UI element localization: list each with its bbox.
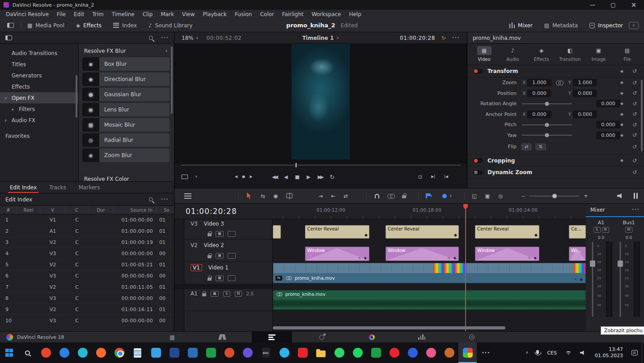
menu-edit[interactable]: Edit: [70, 11, 88, 17]
zoom-fit-icon[interactable]: ◱: [472, 193, 477, 199]
taskbar-app[interactable]: [92, 342, 110, 363]
options-icon[interactable]: •••: [161, 36, 169, 40]
transform-toggle[interactable]: [473, 69, 483, 74]
menu-file[interactable]: File: [53, 11, 70, 17]
sidebar-item-titles[interactable]: Titles: [0, 59, 78, 70]
window-clip[interactable]: Window∿ ◆: [475, 247, 539, 261]
fx-panel-toggle-icon[interactable]: [5, 35, 12, 40]
next-edit-icon[interactable]: ▶|: [431, 175, 435, 179]
column-c[interactable]: C: [65, 206, 89, 214]
flip-horizontal-button[interactable]: ⇄: [521, 143, 532, 150]
keyframe-icon[interactable]: ◆: [620, 91, 623, 95]
menu-davinci-resolve[interactable]: DaVinci Resolve: [2, 11, 53, 17]
effects-list-scrollbar[interactable]: [171, 47, 173, 114]
menu-help[interactable]: Help: [345, 11, 365, 17]
step-back-icon[interactable]: ◀: [284, 175, 288, 179]
menu-color[interactable]: Color: [256, 11, 278, 17]
keyframe-icon[interactable]: ◆: [620, 158, 623, 162]
taskbar-app[interactable]: [293, 342, 312, 363]
reset-icon[interactable]: ↺: [632, 170, 637, 175]
zoom-x-field[interactable]: 1.000: [527, 79, 551, 86]
taskbar-file-explorer[interactable]: [312, 342, 330, 363]
position-lock-icon[interactable]: [402, 195, 406, 198]
trim-edit-icon[interactable]: ⇆: [261, 193, 265, 199]
taskbar-app[interactable]: [238, 342, 257, 363]
menu-fusion[interactable]: Fusion: [231, 11, 256, 17]
options-icon[interactable]: •••: [632, 208, 640, 212]
position-y-field[interactable]: 0.000: [573, 90, 597, 97]
show-desktop-button[interactable]: [642, 342, 644, 363]
reset-icon[interactable]: ↺: [632, 122, 637, 128]
table-row[interactable]: 1V1C01:00:00:0001: [0, 214, 174, 226]
audio-monitor-icon[interactable]: [617, 193, 624, 199]
track-header-a1[interactable]: A1 S M 2.0: [184, 289, 272, 311]
index-button[interactable]: Index: [107, 19, 143, 32]
effect-lens-blur[interactable]: ◉Lens Blur: [82, 103, 169, 116]
collapse-icon[interactable]: ∧: [165, 49, 168, 53]
jump-to-end-icon[interactable]: ▶▶: [318, 175, 322, 179]
column-number[interactable]: #: [0, 206, 17, 214]
column-dur[interactable]: Dur: [89, 206, 114, 214]
sound-library-button[interactable]: ♪Sound Library: [143, 19, 198, 32]
keyframe-icon[interactable]: ◆: [620, 69, 623, 73]
flag-icon[interactable]: [426, 193, 427, 198]
timeline-options-icon[interactable]: [184, 193, 191, 199]
window-clip[interactable]: Window∿ ◆: [305, 247, 369, 261]
reset-icon[interactable]: ↺: [632, 132, 637, 138]
sidebar-item-effects[interactable]: Effects: [0, 81, 78, 92]
language-indicator[interactable]: CES: [543, 342, 561, 363]
page-media[interactable]: ▦: [152, 332, 192, 342]
sidebar-scrollbar[interactable]: [76, 75, 77, 118]
slider-knob[interactable]: [545, 133, 549, 137]
insert-clip-icon[interactable]: ⇥: [318, 193, 323, 199]
auto-select-icon[interactable]: [216, 231, 224, 237]
lock-icon[interactable]: [202, 293, 206, 296]
flip-vertical-button[interactable]: ⇅: [535, 143, 546, 150]
marker-icon[interactable]: [442, 194, 447, 198]
keyframe-icon[interactable]: ◆: [620, 123, 623, 127]
auto-select-icon[interactable]: [216, 253, 224, 259]
title-clip-fragment[interactable]: [273, 225, 281, 239]
pitch-slider[interactable]: [522, 124, 572, 125]
timeline-horizontal-scrollbar[interactable]: [273, 326, 505, 329]
slider-knob[interactable]: [545, 102, 549, 106]
taskbar-app[interactable]: [275, 342, 293, 363]
wifi-tray-icon[interactable]: [561, 342, 576, 363]
playhead[interactable]: [465, 204, 466, 331]
taskbar-app[interactable]: [367, 342, 385, 363]
timeline-selector[interactable]: Timeline 1 ∨: [302, 35, 339, 41]
taskbar-app[interactable]: [37, 342, 55, 363]
taskbar-app[interactable]: [385, 342, 403, 363]
taskbar-app[interactable]: [183, 342, 202, 363]
track-header-v1[interactable]: V1Video 1: [184, 263, 272, 284]
dynamic-zoom-toggle[interactable]: [473, 170, 483, 175]
replace-clip-icon[interactable]: ⇄: [343, 193, 348, 199]
destination-track-id[interactable]: V1: [191, 264, 202, 271]
maximize-button[interactable]: ▢: [603, 0, 623, 10]
table-row[interactable]: 4V3C00:00:00:0000: [0, 248, 174, 259]
sidebar-item-generators[interactable]: Generators: [0, 70, 78, 81]
snapping-magnet-icon[interactable]: [375, 194, 379, 198]
action-center-button[interactable]: [627, 342, 642, 363]
tab-effects[interactable]: ◈Effects: [529, 46, 555, 65]
timeline-zoom-slider[interactable]: [530, 196, 579, 196]
effect-mosaic-blur[interactable]: ▦Mosaic Blur: [82, 118, 169, 132]
crop-tool-icon[interactable]: [182, 175, 188, 179]
overwrite-clip-icon[interactable]: ⇤: [331, 193, 335, 199]
link-xy-icon[interactable]: [556, 81, 563, 85]
table-row[interactable]: 3V2C01:00:00:1901: [0, 237, 174, 248]
taskbar-clock[interactable]: 13:47 01.05.2023: [590, 346, 627, 359]
sidebar-item-open-fx[interactable]: ∨Open FX: [0, 92, 78, 103]
auto-select-icon[interactable]: [216, 275, 224, 281]
tab-tracks[interactable]: Tracks: [43, 182, 72, 193]
dynamic-trim-icon[interactable]: ◉: [273, 193, 278, 199]
mixer-button[interactable]: Mixer: [504, 19, 538, 32]
auto-select-icon[interactable]: [211, 291, 219, 297]
inspector-button[interactable]: Inspector: [584, 19, 629, 32]
metadata-button[interactable]: ▤Metadata: [538, 19, 584, 32]
volume-fader[interactable]: [618, 242, 623, 317]
anchor-x-field[interactable]: 0.000: [527, 111, 551, 118]
cropping-toggle[interactable]: [473, 158, 483, 163]
effect-radial-blur[interactable]: ◎Radial Blur: [82, 133, 169, 147]
solo-button[interactable]: S: [223, 291, 230, 297]
